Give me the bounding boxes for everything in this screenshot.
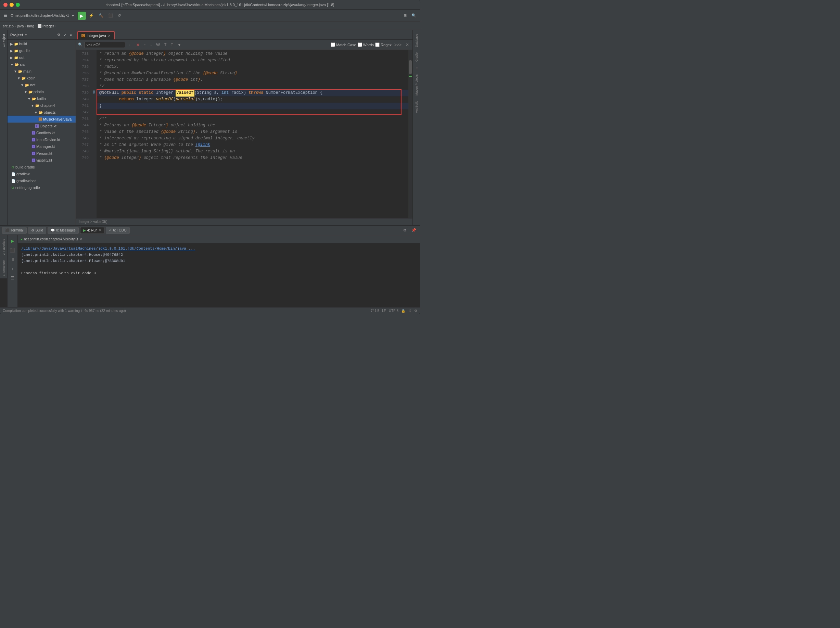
run-stop-btn[interactable]: ⬛	[9, 246, 17, 255]
tree-item-kotlin-root[interactable]: ▼ 📂 kotlin	[8, 74, 76, 82]
sidebar-gear-btn[interactable]: ⚙	[56, 33, 61, 37]
layout-btn[interactable]: ⊞	[402, 12, 408, 19]
search-everywhere-btn[interactable]: 🔍	[410, 12, 418, 19]
run-play-btn[interactable]: ▶	[9, 237, 17, 245]
sidebar-expand-btn[interactable]: ⤢	[63, 33, 68, 37]
tree-item-out[interactable]: ▶ 📁 out	[8, 54, 76, 61]
code-line-739: @NotNull public static Integer valueOf(S…	[96, 90, 408, 96]
bottom-pin-btn[interactable]: 📌	[410, 227, 418, 234]
favorites-tab[interactable]: 2: Favorites	[1, 237, 6, 257]
build-tab[interactable]: ⚙ Build	[28, 227, 46, 234]
run-header-close[interactable]: ✕	[79, 237, 82, 241]
todo-icon: ✓	[109, 228, 112, 232]
close-button[interactable]	[3, 3, 8, 7]
breadcrumb-srczip[interactable]: src.zip	[3, 24, 14, 28]
tree-item-gradlew[interactable]: 📄 gradlew	[8, 171, 76, 177]
structure-tab[interactable]: Z: Structure	[1, 258, 6, 278]
tree-item-net[interactable]: ▼ 📂 net	[8, 82, 76, 89]
run-button[interactable]: ▶	[78, 12, 86, 20]
breadcrumb-integer[interactable]: 🅲 Integer	[38, 24, 54, 28]
match-case-option[interactable]: Match Case	[331, 43, 356, 47]
sidebar-settings-btn[interactable]: ≡	[69, 33, 73, 37]
java-icon-musicplayer: 🅲	[39, 117, 42, 121]
maven-projects-tab[interactable]: Maven Projects	[414, 72, 419, 98]
words-option[interactable]: Words	[358, 43, 374, 47]
tree-item-kotlin2[interactable]: ▼ 📂 kotlin	[8, 95, 76, 102]
tree-item-inputdevice-kt[interactable]: 🅺 InputDevice.kt	[8, 136, 76, 143]
search-prev-btn[interactable]: ←	[127, 42, 134, 48]
run-tab-close[interactable]: ✕	[99, 228, 101, 232]
code-editor[interactable]: 733 734 735 736 737 738 739 740 741 742 …	[76, 50, 412, 218]
search-T2-btn[interactable]: T	[169, 42, 175, 48]
search-close-btn[interactable]: ✕	[404, 42, 411, 48]
search-word-btn[interactable]: W	[155, 42, 161, 48]
run-icon: ▶	[83, 228, 86, 232]
toolbar-menu-btn[interactable]: ☰	[2, 12, 9, 19]
minimize-button[interactable]	[9, 3, 14, 7]
tree-item-visiblity-kt[interactable]: 🅺 visiblity.kt	[8, 157, 76, 164]
tree-item-musicplayerjava[interactable]: 🅲 MusicPlayerJava	[8, 116, 76, 123]
tree-item-manager-kt[interactable]: 🅺 Manager.kt	[8, 143, 76, 150]
gradle-tab[interactable]: Gradle	[414, 50, 419, 64]
tree-item-gradle[interactable]: ▶ 📁 gradle	[8, 47, 76, 54]
tree-item-buildgradle[interactable]: ⚙ build.gradle	[8, 164, 76, 171]
tree-item-chapter4[interactable]: ▼ 📂 chapter4	[8, 102, 76, 109]
regex-checkbox[interactable]	[375, 43, 380, 47]
tree-item-conflicts-kt[interactable]: 🅺 Conflicts.kt	[8, 130, 76, 136]
project-tab[interactable]: 1: Project	[1, 32, 6, 49]
tree-item-person-kt[interactable]: 🅺 Person.kt	[8, 150, 76, 157]
editor-scrollbar[interactable]	[408, 50, 412, 218]
code-content[interactable]: * return an {@code Integer} object holdi…	[96, 50, 408, 218]
run-tab[interactable]: ▶ 4: Run ✕	[80, 227, 104, 234]
database-tab[interactable]: Database	[414, 32, 419, 49]
build-button[interactable]: 🔨	[97, 12, 105, 19]
tab-integer-java[interactable]: 🅲 Integer.java ✕	[77, 31, 115, 40]
run-pause-btn[interactable]: ⏸	[9, 255, 17, 264]
todo-tab[interactable]: ✓ 6: TODO	[106, 227, 130, 234]
tree-item-src[interactable]: ▼ 📂 src	[8, 61, 76, 68]
messages-tab[interactable]: 💬 0: Messages	[47, 227, 79, 234]
folder-icon-chapter4: 📂	[35, 104, 39, 108]
search-filter-btn[interactable]: ▼	[176, 42, 183, 48]
run-step-btn[interactable]: ↕	[9, 265, 17, 273]
ant-build-tab[interactable]: Ant Build	[414, 99, 419, 115]
print-icon[interactable]: 🖨	[408, 309, 411, 313]
run-coverage-btn[interactable]: ☰	[9, 274, 17, 282]
scrollbar-thumb[interactable]	[409, 60, 412, 74]
folder-icon-net: 📂	[25, 83, 29, 87]
run-tab-name: net.println.kotlin.chapter4.VisiblityKt	[24, 237, 78, 241]
tree-item-build[interactable]: ▶ 📁 build	[8, 40, 76, 47]
maximize-button[interactable]	[16, 3, 20, 7]
search-prev2-btn[interactable]: ↓	[148, 42, 153, 48]
tree-item-println[interactable]: ▼ 📂 println	[8, 89, 76, 95]
settings-icon[interactable]: ⚙	[414, 309, 417, 313]
config-dropdown-btn[interactable]: ▼	[70, 13, 76, 19]
tab-close-btn[interactable]: ✕	[108, 34, 111, 38]
editor-status-breadcrumb: Integer > valueOf()	[76, 218, 412, 225]
breadcrumb-lang[interactable]: lang	[27, 24, 34, 28]
debug-button[interactable]: ⚡	[87, 12, 95, 19]
terminal-tab[interactable]: ⬛ Terminal	[2, 227, 27, 234]
regex-option[interactable]: Regex	[375, 43, 392, 47]
search-clear-btn[interactable]: ✕	[135, 42, 141, 48]
bottom-content: 2: Favorites Z: Structure ▶ ⬛ ⏸ ↕ ☰ ● ne…	[0, 235, 420, 307]
folder-icon-kotlin2: 📂	[32, 97, 36, 101]
search-icon: 🔍	[78, 43, 83, 47]
stop-button[interactable]: ⬛	[106, 12, 115, 19]
tree-item-gradlew-bat[interactable]: 📄 gradlew.bat	[8, 177, 76, 184]
match-case-checkbox[interactable]	[331, 43, 335, 47]
rerun-button[interactable]: ↺	[116, 12, 123, 19]
tree-item-objects-kt[interactable]: 🅺 Objects.kt	[8, 123, 76, 130]
search-expand-btn[interactable]: >>>	[393, 42, 403, 48]
tree-item-objects[interactable]: ▼ 📂 objects	[8, 109, 76, 116]
tree-item-settings-gradle[interactable]: ⚙ settings.gradle	[8, 184, 76, 191]
search-next-btn[interactable]: ↑	[142, 42, 147, 48]
breadcrumb-java[interactable]: java	[17, 24, 24, 28]
maven-tab-m[interactable]: m	[414, 65, 419, 71]
tree-item-main[interactable]: ▼ 📂 main	[8, 68, 76, 74]
search-input[interactable]	[84, 42, 125, 48]
search-T-btn[interactable]: T	[163, 42, 168, 48]
output-line-2: [Lnet.println.kotlin.chapter4.House;@494…	[21, 252, 417, 258]
words-checkbox[interactable]	[358, 43, 362, 47]
bottom-settings-btn[interactable]: ⚙	[401, 227, 408, 234]
